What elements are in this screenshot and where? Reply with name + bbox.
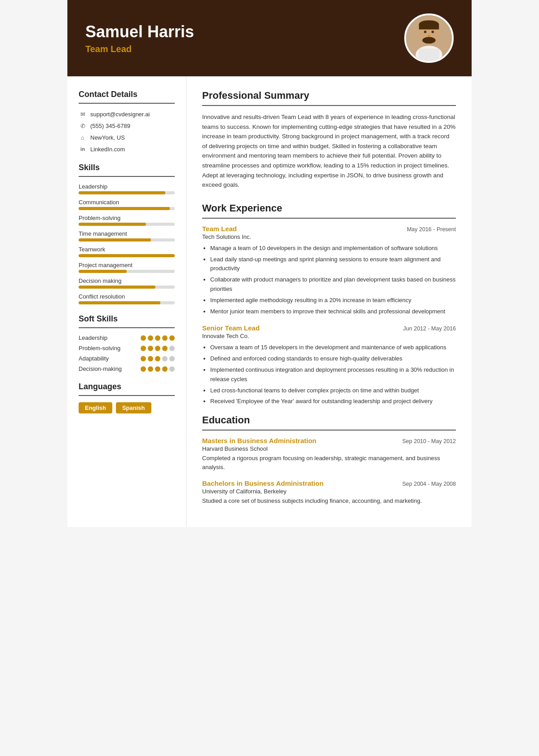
dot (155, 346, 160, 351)
skill-fill (79, 254, 175, 257)
job-bullet: Oversaw a team of 15 developers in the d… (210, 343, 456, 352)
skill-bar (79, 301, 175, 304)
soft-skill-name: Adaptability (79, 355, 109, 362)
soft-skill-item: Adaptability (79, 355, 175, 362)
skill-bar (79, 238, 175, 242)
edu-degree: Bachelors in Business Administration (202, 479, 323, 487)
jobs-list: Team Lead May 2016 - Present Tech Soluti… (202, 225, 456, 406)
contact-linkedin: in LinkedIn.com (79, 145, 175, 153)
summary-title: Professional Summary (202, 90, 456, 101)
skill-name: Project management (79, 262, 175, 268)
candidate-title: Team Lead (85, 44, 194, 54)
dots (141, 335, 175, 341)
edu-desc: Studied a core set of business subjects … (202, 497, 456, 505)
skill-bar (79, 286, 175, 289)
dot (162, 366, 168, 372)
svg-point-7 (432, 31, 434, 33)
contact-location: ⌂ NewYork, US (79, 133, 175, 141)
skill-fill (79, 270, 127, 273)
dot (141, 335, 146, 341)
edu-degree: Masters in Business Administration (202, 437, 317, 444)
location-icon: ⌂ (79, 133, 87, 141)
dot (169, 335, 175, 341)
skill-name: Teamwork (79, 246, 175, 253)
svg-point-8 (428, 35, 430, 37)
job-date: May 2016 - Present (407, 226, 456, 233)
soft-skills-divider (79, 327, 175, 328)
education-entry: Masters in Business Administration Sep 2… (202, 437, 456, 471)
language-tag: English (79, 402, 112, 413)
skill-bar (79, 254, 175, 257)
skill-item: Project management (79, 262, 175, 273)
contact-title: Contact Details (79, 90, 175, 99)
sidebar: Contact Details ✉ support@cvdesigner.ai … (67, 76, 186, 527)
job-bullets: Oversaw a team of 15 developers in the d… (202, 343, 456, 406)
dot (169, 346, 175, 351)
location-value: NewYork, US (90, 134, 125, 141)
work-divider (202, 218, 456, 219)
contact-divider (79, 103, 175, 104)
dots (141, 366, 175, 372)
dot (162, 356, 168, 361)
dot (169, 366, 175, 372)
skills-list: Leadership Communication Problem-solving… (79, 183, 175, 304)
skill-item: Problem-solving (79, 215, 175, 226)
job-bullet: Implemented agile methodology resulting … (210, 296, 456, 305)
edu-school: Harvard Business School (202, 445, 456, 452)
job-bullet: Received 'Employee of the Year' award fo… (210, 397, 456, 406)
linkedin-value: LinkedIn.com (90, 146, 125, 153)
soft-skill-item: Problem-solving (79, 345, 175, 352)
contact-phone: ✆ (555) 345-6789 (79, 122, 175, 130)
soft-skills-list: Leadership Problem-solving Adaptability … (79, 334, 175, 372)
skill-bar (79, 270, 175, 273)
resume-header: Samuel Harris Team Lead (67, 0, 472, 76)
skill-name: Conflict resolution (79, 293, 175, 300)
job-company: Innovate Tech Co. (202, 333, 456, 339)
dots (141, 356, 175, 361)
soft-skill-name: Decision-making (79, 365, 122, 372)
job-date: Jun 2012 - May 2016 (403, 325, 456, 332)
soft-skill-name: Problem-solving (79, 345, 120, 352)
edu-desc: Completed a rigorous program focusing on… (202, 454, 456, 471)
linkedin-icon: in (79, 145, 87, 153)
candidate-name: Samuel Harris (85, 22, 194, 41)
edu-date: Sep 2004 - May 2008 (402, 481, 456, 487)
summary-text: Innovative and results-driven Team Lead … (202, 112, 456, 190)
job-entry: Team Lead May 2016 - Present Tech Soluti… (202, 225, 456, 316)
job-title: Senior Team Lead (202, 324, 260, 332)
job-company: Tech Solutions Inc. (202, 233, 456, 240)
work-title: Work Experience (202, 202, 456, 214)
job-bullet: Manage a team of 10 developers in the de… (210, 244, 456, 253)
svg-point-5 (422, 37, 436, 44)
phone-icon: ✆ (79, 122, 87, 130)
skill-bar (79, 191, 175, 194)
dots (141, 346, 175, 351)
education-divider (202, 430, 456, 431)
job-header: Senior Team Lead Jun 2012 - May 2016 (202, 324, 456, 332)
resume-body: Contact Details ✉ support@cvdesigner.ai … (67, 76, 472, 527)
dot (148, 366, 153, 372)
skills-divider (79, 176, 175, 177)
skill-bar (79, 223, 175, 226)
dot (141, 356, 146, 361)
skill-fill (79, 301, 160, 304)
languages-divider (79, 395, 175, 396)
skill-fill (79, 286, 155, 289)
education-entry: Bachelors in Business Administration Sep… (202, 479, 456, 505)
skill-fill (79, 191, 165, 194)
email-value: support@cvdesigner.ai (90, 111, 150, 118)
dot (162, 335, 168, 341)
edu-header: Masters in Business Administration Sep 2… (202, 437, 456, 444)
dot (141, 366, 146, 372)
svg-point-6 (424, 31, 427, 33)
svg-rect-9 (419, 48, 439, 61)
job-entry: Senior Team Lead Jun 2012 - May 2016 Inn… (202, 324, 456, 406)
skill-fill (79, 207, 170, 210)
job-bullet: Mentor junior team members to improve th… (210, 307, 456, 316)
skill-name: Communication (79, 199, 175, 206)
job-bullet: Implemented continuous integration and d… (210, 365, 456, 384)
education-title: Education (202, 414, 456, 426)
language-tag: Spanish (116, 402, 151, 413)
languages-title: Languages (79, 382, 175, 391)
summary-divider (202, 105, 456, 106)
